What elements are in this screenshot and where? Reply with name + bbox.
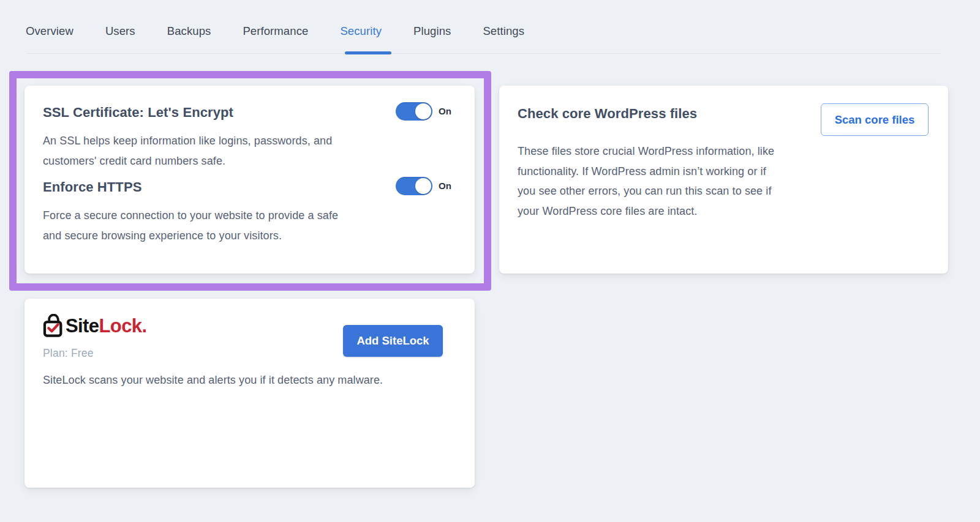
core-files-title: Check core WordPress files: [518, 106, 697, 122]
tab-overview[interactable]: Overview: [26, 24, 74, 38]
add-sitelock-button[interactable]: Add SiteLock: [343, 325, 443, 357]
security-page: Overview Users Backups Performance Secur…: [0, 0, 980, 522]
toggle-knob-icon: [415, 178, 431, 194]
tabbar-divider: [27, 53, 941, 54]
tab-plugins[interactable]: Plugins: [413, 24, 451, 38]
ssl-description: An SSL helps keep information like login…: [43, 131, 332, 171]
sitelock-description: SiteLock scans your website and alerts y…: [43, 370, 383, 390]
sitelock-plan-label: Plan: Free: [43, 347, 94, 360]
tab-settings[interactable]: Settings: [483, 24, 524, 38]
ssl-toggle-state-label: On: [439, 106, 451, 116]
sitelock-card: SiteLock. Plan: Free Add SiteLock SiteLo…: [24, 299, 475, 488]
enforce-https-toggle[interactable]: [396, 177, 432, 195]
sitelock-wordmark: SiteLock.: [66, 316, 146, 335]
core-files-description: These files store crucial WordPress info…: [518, 141, 774, 221]
site-tabs: Overview Users Backups Performance Secur…: [26, 24, 524, 38]
enforce-https-description: Force a secure connection to your websit…: [43, 206, 338, 245]
scan-core-files-button[interactable]: Scan core files: [821, 103, 929, 136]
enforce-https-title: Enforce HTTPS: [43, 179, 141, 195]
tab-users[interactable]: Users: [105, 24, 135, 38]
https-toggle-state-label: On: [439, 181, 451, 191]
sitelock-logo: SiteLock.: [43, 314, 146, 337]
tab-security[interactable]: Security: [340, 24, 382, 38]
ssl-toggle[interactable]: [396, 102, 432, 121]
core-files-card: Check core WordPress files Scan core fil…: [499, 86, 948, 274]
tab-backups[interactable]: Backups: [167, 24, 211, 38]
toggle-knob-icon: [415, 103, 431, 119]
ssl-card: SSL Certificate: Let's Encrypt On An SSL…: [24, 86, 475, 274]
active-tab-indicator: [345, 51, 391, 54]
tab-performance[interactable]: Performance: [243, 24, 308, 38]
ssl-certificate-title: SSL Certificate: Let's Encrypt: [43, 105, 233, 121]
sitelock-lock-icon: [43, 314, 64, 337]
